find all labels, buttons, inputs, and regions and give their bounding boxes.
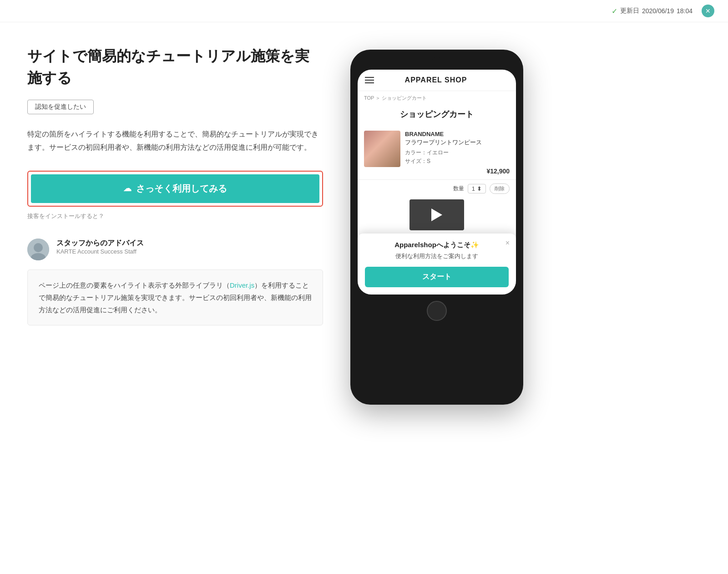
quantity-value: 1 — [472, 185, 475, 192]
staff-advice-section: スタッフからのアドバイス KARTE Account Success Staff — [27, 239, 323, 260]
quantity-control[interactable]: 1 ⬍ — [468, 184, 486, 193]
staff-role: KARTE Account Success Staff — [56, 248, 144, 255]
play-icon — [431, 208, 442, 221]
advice-text-part1: ページ上の任意の要素をハイライト表示する外部ライブラリ（ — [39, 281, 230, 289]
video-section — [358, 198, 516, 234]
hamburger-icon[interactable] — [365, 77, 374, 83]
phone-frame: APPAREL SHOP TOP ＞ ショッピングカート ショッピングカート B… — [350, 50, 523, 405]
quantity-row: 数量 1 ⬍ 削除 — [358, 180, 516, 198]
svg-point-1 — [34, 243, 43, 252]
product-price: ¥12,900 — [405, 168, 510, 175]
product-color: カラー：イエロー — [405, 148, 510, 157]
phone-breadcrumb: TOP ＞ ショッピングカート — [358, 91, 516, 105]
phone-header: APPAREL SHOP — [358, 70, 516, 91]
advice-box: ページ上の任意の要素をハイライト表示する外部ライブラリ（Driver.js）を利… — [27, 269, 323, 325]
popup-close-button[interactable]: × — [506, 239, 510, 247]
phone-screen: APPAREL SHOP TOP ＞ ショッピングカート ショッピングカート B… — [358, 70, 516, 295]
staff-info: スタッフからのアドバイス KARTE Account Success Staff — [56, 239, 144, 260]
top-bar: ✓ 更新日 2020/06/19 18:04 ✕ — [0, 0, 728, 22]
check-icon: ✓ — [612, 7, 617, 15]
tag-button[interactable]: 認知を促進したい — [27, 100, 94, 114]
install-link[interactable]: 接客をインストールすると？ — [27, 212, 323, 220]
cta-label: さっそく利用してみる — [136, 183, 227, 195]
store-title: APPAREL SHOP — [405, 76, 467, 84]
phone-product: BRANDNAME フラワープリントワンピース カラー：イエロー サイズ：S ¥… — [358, 126, 516, 180]
avatar-image — [27, 239, 49, 260]
staff-avatar — [27, 239, 49, 260]
phone-notch — [432, 57, 441, 66]
qty-arrows[interactable]: ⬍ — [477, 185, 482, 192]
update-time: 18:04 — [677, 7, 693, 15]
phone-cart-title: ショッピングカート — [358, 105, 516, 126]
cta-wrapper: ☁ さっそく利用してみる — [27, 171, 323, 207]
page-title: サイトで簡易的なチュートリアル施策を実施する — [27, 45, 323, 89]
driver-js-link[interactable]: Driver.js — [230, 281, 254, 289]
update-date: 2020/06/19 — [642, 7, 674, 15]
product-size: サイズ：S — [405, 157, 510, 166]
cloud-icon: ☁ — [123, 183, 131, 193]
phone-home-button[interactable] — [427, 301, 447, 321]
popup-title: Apparelshopへようこそ✨ — [365, 241, 509, 249]
video-overlay[interactable] — [410, 199, 464, 230]
cta-button[interactable]: ☁ さっそく利用してみる — [31, 174, 319, 203]
product-details: BRANDNAME フラワープリントワンピース カラー：イエロー サイズ：S ¥… — [405, 131, 510, 175]
staff-name: スタッフからのアドバイス — [56, 239, 144, 248]
product-brand: BRANDNAME — [405, 131, 510, 137]
delete-button[interactable]: 削除 — [490, 183, 510, 194]
close-button-top[interactable]: ✕ — [702, 5, 714, 17]
update-label: 更新日 — [620, 7, 639, 15]
right-content: APPAREL SHOP TOP ＞ ショッピングカート ショッピングカート B… — [350, 41, 523, 550]
quantity-label: 数量 — [453, 185, 464, 193]
product-image — [364, 131, 400, 167]
product-name: フラワープリントワンピース — [405, 138, 510, 147]
welcome-popup: × Apparelshopへようこそ✨ 便利な利用方法をご案内します スタート — [358, 234, 516, 295]
main-container: サイトで簡易的なチュートリアル施策を実施する 認知を促進したい 特定の箇所をハイ… — [0, 22, 728, 569]
description-text: 特定の箇所をハイライトする機能を利用することで、簡易的なチュートリアルが実現でき… — [27, 128, 323, 154]
product-img-inner — [364, 131, 400, 167]
popup-subtitle: 便利な利用方法をご案内します — [365, 252, 509, 260]
left-content: サイトで簡易的なチュートリアル施策を実施する 認知を促進したい 特定の箇所をハイ… — [27, 41, 323, 550]
update-info: ✓ 更新日 2020/06/19 18:04 — [612, 7, 693, 15]
popup-start-button[interactable]: スタート — [365, 267, 509, 287]
